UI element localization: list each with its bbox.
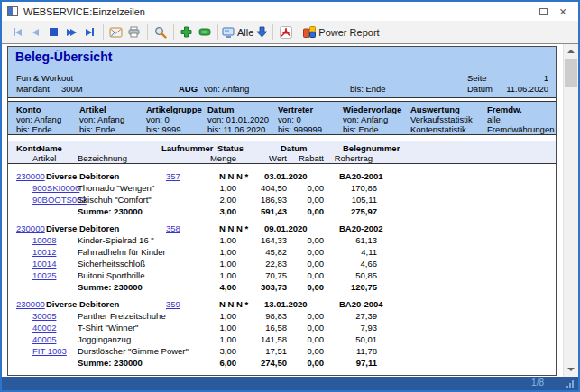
resize-grip-icon[interactable] [566,380,574,388]
artikel-link[interactable]: 40005 [32,334,56,344]
power-report-button[interactable]: Power Report [303,23,382,41]
wert-value: 141,58 [261,334,287,344]
col-rohertrag: Rohertrag [335,153,373,163]
item-row: 10025Buitoni Sportbrille1,0070,750,0050,… [8,270,556,282]
email-button[interactable] [107,23,124,41]
laufnummer-link[interactable]: 360 [166,375,180,376]
summe-wert: 303,73 [261,282,287,292]
beleg-number: BA20-2001 [339,171,383,181]
rabatt-value: 0,00 [308,311,325,321]
maximize-button[interactable] [533,5,553,19]
item-row: FIT 1003Durstlöscher "Gimme Power"3,0017… [8,346,556,358]
artikel-link[interactable]: 10012 [32,247,56,257]
toolbar-separator [103,24,104,40]
report-viewport: Beleg-Übersicht Fun & Workout Mandant 30… [2,44,578,377]
item-row: 40002T-Shirt "Winner"1,0016,580,007,93 [8,323,556,334]
summe-label: Summe: 230000 [78,358,143,368]
toolbar: Alle Power Report [2,21,578,44]
summe-menge: 6,00 [220,358,237,368]
search-button[interactable] [152,23,169,41]
bezeichnung: Jogginganzug [78,334,131,344]
artikel-link[interactable]: 10008 [32,235,56,245]
menge-value: 1,00 [220,323,237,333]
first-page-button[interactable] [9,23,26,41]
scroll-up-button[interactable] [564,44,578,59]
date-value: 13.01.2020 [264,299,308,309]
summe-rohertrag: 120,75 [351,282,377,292]
vertical-scrollbar[interactable] [563,44,578,377]
laufnummer-link[interactable]: 359 [166,299,180,309]
filter-col-fremdw: Fremdw.alleFremdwährungen [487,105,554,134]
bezeichnung: T-Shirt "Winner" [78,323,138,333]
group-name: Diverse Debitoren [46,171,119,181]
artikel-link[interactable]: 900SKI0006 [32,183,79,193]
last-page-button[interactable] [81,23,98,41]
konto-link[interactable]: 230000 [16,299,45,309]
page-indicator: 1/8 [531,378,544,387]
artikel-link[interactable]: 40002 [32,323,56,333]
printer-icon [127,26,141,38]
item-row: 90BOOTS002Skischuh "Comfort"2,00186,930,… [8,195,556,206]
scrollbar-thumb[interactable] [565,59,577,87]
scroll-down-button[interactable] [564,362,578,377]
stop-button[interactable] [45,23,62,41]
col-name: Name [39,143,62,153]
toolbar-separator [217,24,218,40]
wert-value: 17,51 [265,346,287,356]
rabatt-value: 0,00 [308,323,325,333]
view-all-button[interactable]: Alle [222,23,268,41]
rohertrag-value: 50,85 [355,270,377,280]
toolbar-separator [272,24,273,40]
wert-value: 22,83 [265,259,287,269]
beleg-number: BA20-2005 [339,375,383,376]
report-title: Beleg-Übersicht [15,50,112,64]
zoom-in-button[interactable] [178,23,195,41]
bezeichnung: Durstlöscher "Gimme Power" [78,346,189,356]
datum-value: 11.06.2020 [506,84,548,94]
invoice-group: 230000Diverse Debitoren357N N N *03.01.2… [8,171,556,218]
bezeichnung: Fahrradhelm für Kinder [78,247,166,257]
rohertrag-value: 4,11 [361,247,377,257]
zoom-out-button[interactable] [196,23,213,41]
rabatt-value: 0,00 [308,183,325,193]
konto-link[interactable]: 230000 [16,171,45,181]
artikel-link[interactable]: 10014 [32,259,56,269]
summe-rohertrag: 97,11 [356,358,377,368]
seite-label: Seite [467,73,487,83]
col-konto: Konto [16,143,41,153]
status-value: N N N * [219,223,248,233]
col-artikel: Artikel [32,153,56,163]
artikel-link[interactable]: 30005 [32,311,56,321]
summe-rabatt: 0,00 [308,282,325,292]
status-value: N N N * [219,299,248,309]
previous-page-icon [32,29,39,36]
next-page-button[interactable] [63,23,80,41]
invoice-group: 230000Diverse Debitoren358N N N *09.01.2… [8,223,556,294]
datum-label: Datum [467,84,493,94]
item-row: 10012Fahrradhelm für Kinder1,0045,820,00… [8,247,556,259]
invoice-group: 230000Diverse Debitoren359N N N *13.01.2… [8,299,556,369]
rabatt-value: 0,00 [308,259,325,269]
artikel-link[interactable]: FIT 1003 [32,346,67,356]
status-value: N N N * [219,375,248,376]
previous-page-button[interactable] [27,23,44,41]
summe-row: Summe: 2300006,00274,500,0097,11 [8,358,556,369]
summe-rohertrag: 275,97 [351,206,377,216]
mandant-value: 300M [61,84,83,94]
konto-link[interactable]: 230000 [16,223,45,233]
summe-menge: 3,00 [220,206,237,216]
laufnummer-link[interactable]: 358 [166,223,180,233]
pdf-export-button[interactable] [277,23,294,41]
close-button[interactable]: × [553,5,573,19]
rohertrag-value: 50,01 [355,334,377,344]
artikel-link[interactable]: 10025 [32,270,56,280]
summe-row: Summe: 2300003,00591,430,00275,97 [8,206,556,218]
print-button[interactable] [125,23,143,41]
filter-col-auswertung: AuswertungVerkaufsstatistikKontenstatist… [410,105,473,134]
bezeichnung: Thornado "Wengen" [78,183,154,193]
konto-link[interactable]: 230000 [16,375,45,376]
zoom-out-icon [198,28,211,36]
pdf-icon [280,26,292,39]
summe-menge: 4,00 [220,282,237,292]
laufnummer-link[interactable]: 357 [166,171,180,181]
